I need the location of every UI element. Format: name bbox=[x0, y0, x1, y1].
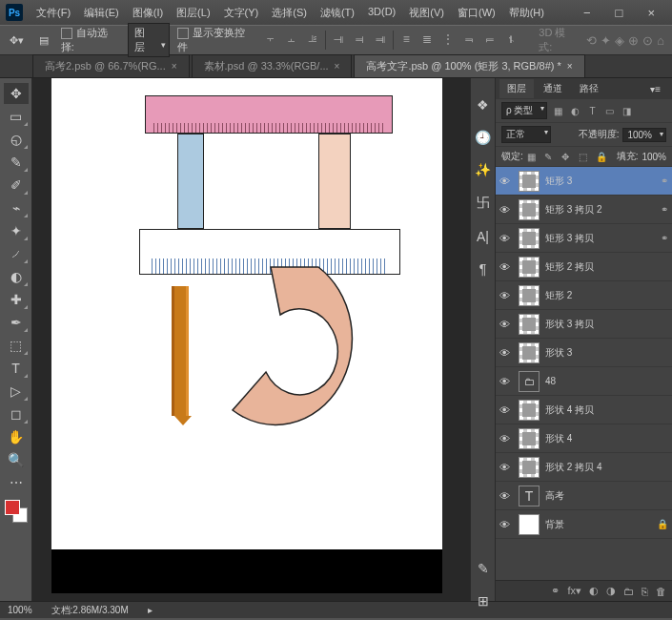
zoom-level[interactable]: 100% bbox=[8, 605, 32, 615]
magic-wand-tool[interactable]: ✎ bbox=[4, 152, 29, 173]
layer-name[interactable]: 背景 bbox=[545, 518, 651, 531]
path-tool[interactable]: ▷ bbox=[4, 381, 29, 402]
hand-tool[interactable]: ✋ bbox=[4, 426, 29, 447]
minimize-button[interactable]: − bbox=[576, 4, 599, 22]
layer-name[interactable]: 矩形 3 拷贝 2 bbox=[545, 203, 655, 217]
tab-paths[interactable]: 路径 bbox=[572, 79, 606, 98]
visibility-icon[interactable]: 👁 bbox=[499, 490, 513, 502]
history-brush-tool[interactable]: ✚ bbox=[4, 289, 29, 310]
lock-artboard-icon[interactable]: ⬚ bbox=[579, 152, 592, 162]
more-tools[interactable]: ⋯ bbox=[4, 472, 29, 493]
filter-smart-icon[interactable]: ◨ bbox=[620, 104, 633, 117]
layer-name[interactable]: 形状 3 拷贝 bbox=[545, 318, 662, 331]
canvas[interactable] bbox=[51, 78, 442, 593]
distribute-6-icon[interactable]: ⫮ bbox=[502, 31, 519, 48]
stamp-tool[interactable]: ◐ bbox=[4, 266, 29, 287]
tab-doc-1[interactable]: 高考2.psb @ 66.7%(RG...× bbox=[32, 54, 190, 77]
3d-icon-6[interactable]: ⌂ bbox=[657, 33, 664, 48]
delete-layer-icon[interactable]: 🗑 bbox=[656, 586, 666, 597]
layer-name[interactable]: 48 bbox=[545, 376, 662, 386]
menu-layer[interactable]: 图层(L) bbox=[171, 4, 215, 22]
panel-list-icon[interactable]: ▤ bbox=[34, 31, 53, 50]
menu-type[interactable]: 文字(Y) bbox=[218, 4, 265, 22]
lock-pixels-icon[interactable]: ▦ bbox=[527, 152, 540, 162]
brush-preset-icon[interactable]: ✎ bbox=[478, 561, 489, 576]
layer-name[interactable]: 高考 bbox=[545, 489, 662, 503]
close-button[interactable]: × bbox=[640, 4, 662, 22]
marquee-tool[interactable]: ▭ bbox=[4, 106, 29, 127]
layer-name[interactable]: 矩形 3 bbox=[545, 175, 655, 188]
lock-position-icon[interactable]: ✥ bbox=[561, 152, 575, 162]
filter-shape-icon[interactable]: ▭ bbox=[602, 104, 616, 117]
filter-kind-dropdown[interactable]: ρ 类型 bbox=[501, 102, 547, 119]
3d-icon-1[interactable]: ⟲ bbox=[586, 33, 597, 48]
menu-edit[interactable]: 编辑(E) bbox=[78, 4, 125, 22]
layer-name[interactable]: 矩形 2 bbox=[545, 289, 662, 302]
paragraph-panel-icon[interactable]: ¶ bbox=[479, 261, 487, 277]
mask-icon[interactable]: ◐ bbox=[589, 585, 599, 597]
crop-tool[interactable]: ✐ bbox=[4, 175, 29, 196]
tab-channels[interactable]: 通道 bbox=[536, 79, 570, 98]
visibility-icon[interactable]: 👁 bbox=[499, 376, 513, 387]
visibility-icon[interactable]: 👁 bbox=[499, 519, 513, 530]
align-right-icon[interactable]: ⫥ bbox=[372, 31, 389, 48]
auto-select-checkbox[interactable] bbox=[61, 28, 72, 39]
color-swatches[interactable] bbox=[5, 500, 28, 523]
close-tab-icon[interactable]: × bbox=[172, 61, 177, 72]
menu-image[interactable]: 图像(I) bbox=[127, 4, 169, 22]
move-tool[interactable]: ✥ bbox=[4, 83, 29, 104]
color-panel-icon[interactable]: ❖ bbox=[477, 97, 489, 113]
align-bottom-icon[interactable]: ⫡ bbox=[304, 31, 321, 48]
layer-row[interactable]: 👁矩形 3 拷贝 2⚭ bbox=[496, 196, 672, 224]
distribute-1-icon[interactable]: ≡ bbox=[397, 31, 415, 48]
brush-tool[interactable]: ⟋ bbox=[4, 243, 29, 264]
filter-pixel-icon[interactable]: ▦ bbox=[551, 104, 564, 117]
eyedropper-tool[interactable]: ⌁ bbox=[4, 197, 29, 218]
adjustment-icon[interactable]: ◑ bbox=[606, 585, 616, 597]
3d-icon-5[interactable]: ⊙ bbox=[642, 33, 653, 48]
opacity-dropdown[interactable]: 100% bbox=[622, 128, 666, 142]
visibility-icon[interactable]: 👁 bbox=[499, 261, 513, 273]
visibility-icon[interactable]: 👁 bbox=[499, 404, 513, 416]
layer-name[interactable]: 形状 2 拷贝 4 bbox=[545, 461, 662, 474]
character-panel-icon[interactable]: A| bbox=[477, 229, 489, 244]
menu-filter[interactable]: 滤镜(T) bbox=[315, 4, 360, 22]
3d-icon-2[interactable]: ✦ bbox=[601, 33, 611, 48]
distribute-2-icon[interactable]: ≣ bbox=[418, 31, 436, 48]
swatches-panel-icon[interactable]: 卐 bbox=[477, 195, 490, 212]
align-hcenter-icon[interactable]: ⫤ bbox=[351, 31, 368, 48]
auto-select-dropdown[interactable]: 图层 bbox=[128, 23, 170, 57]
menu-3d[interactable]: 3D(D) bbox=[362, 4, 401, 22]
visibility-icon[interactable]: 👁 bbox=[499, 347, 513, 359]
layer-row[interactable]: 👁背景🔒 bbox=[496, 510, 672, 539]
layer-row[interactable]: 👁矩形 2 bbox=[496, 281, 672, 310]
layer-row[interactable]: 👁矩形 2 拷贝 bbox=[496, 253, 672, 281]
adjustments-panel-icon[interactable]: ✨ bbox=[475, 162, 491, 177]
menu-select[interactable]: 选择(S) bbox=[266, 4, 313, 22]
layer-name[interactable]: 矩形 2 拷贝 bbox=[545, 260, 662, 274]
show-transform-checkbox[interactable] bbox=[177, 28, 189, 39]
canvas-area[interactable] bbox=[32, 78, 470, 601]
menu-help[interactable]: 帮助(H) bbox=[503, 4, 550, 22]
layer-row[interactable]: 👁🗀48 bbox=[496, 367, 672, 396]
visibility-icon[interactable]: 👁 bbox=[499, 233, 513, 244]
doc-size[interactable]: 文档:2.86M/3.30M bbox=[51, 604, 129, 617]
layer-row[interactable]: 👁形状 3 bbox=[496, 339, 672, 367]
lock-paint-icon[interactable]: ✎ bbox=[544, 152, 558, 162]
tab-layers[interactable]: 图层 bbox=[499, 79, 534, 98]
tab-doc-2[interactable]: 素材.psd @ 33.3%(RGB/...× bbox=[192, 54, 353, 77]
distribute-5-icon[interactable]: ⫭ bbox=[481, 31, 499, 48]
close-tab-icon[interactable]: × bbox=[567, 61, 573, 72]
lasso-tool[interactable]: ◵ bbox=[4, 129, 29, 150]
healing-tool[interactable]: ✦ bbox=[4, 220, 29, 241]
3d-icon-3[interactable]: ◈ bbox=[615, 33, 624, 48]
layer-row[interactable]: 👁矩形 3 拷贝⚭ bbox=[496, 224, 672, 253]
layer-name[interactable]: 形状 4 bbox=[545, 432, 662, 445]
layer-row[interactable]: 👁形状 4 拷贝 bbox=[496, 396, 672, 424]
layer-row[interactable]: 👁T高考 bbox=[496, 482, 672, 510]
gradient-tool[interactable]: ⬚ bbox=[4, 335, 29, 356]
visibility-icon[interactable]: 👁 bbox=[499, 319, 513, 330]
fill-dropdown[interactable]: 100% bbox=[641, 152, 666, 162]
type-tool[interactable]: T bbox=[4, 358, 29, 379]
align-top-icon[interactable]: ⫟ bbox=[262, 31, 279, 48]
